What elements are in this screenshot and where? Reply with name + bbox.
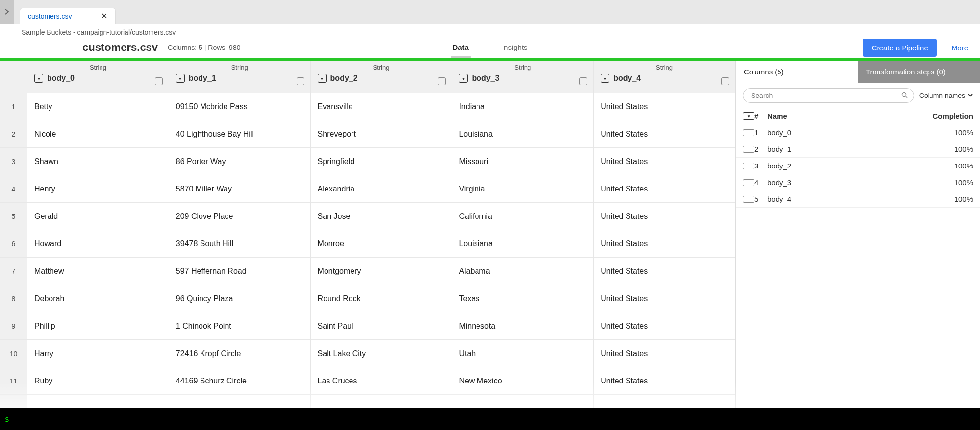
- cell[interactable]: 5870 Miller Way: [169, 175, 310, 203]
- row-number[interactable]: 11: [0, 367, 27, 395]
- cell[interactable]: Alabama: [452, 258, 593, 285]
- row-number[interactable]: 7: [0, 258, 27, 285]
- cell[interactable]: 44169 Schurz Circle: [169, 367, 310, 395]
- cell[interactable]: United States: [594, 148, 735, 175]
- cell[interactable]: Louisiana: [452, 120, 593, 148]
- cell[interactable]: Salt Lake City: [311, 340, 452, 367]
- cell[interactable]: Montgomery: [311, 258, 452, 285]
- cell[interactable]: Gerald: [27, 203, 169, 230]
- column-select-checkbox[interactable]: [155, 77, 163, 85]
- cell[interactable]: Ruby: [27, 367, 169, 395]
- cell[interactable]: 09150 Mcbride Pass: [169, 93, 310, 120]
- cell[interactable]: United States: [594, 258, 735, 285]
- cell[interactable]: Saint Paul: [311, 312, 452, 340]
- column-select-checkbox[interactable]: [438, 77, 446, 85]
- column-list-checkbox[interactable]: [743, 146, 754, 153]
- cell[interactable]: United States: [594, 93, 735, 120]
- column-list-item[interactable]: 2body_1100%: [736, 141, 980, 158]
- tab-insights[interactable]: Insights: [500, 40, 529, 58]
- cell[interactable]: Evansville: [311, 93, 452, 120]
- cell[interactable]: 86 Porter Way: [169, 148, 310, 175]
- column-list-checkbox[interactable]: [743, 163, 754, 169]
- cell[interactable]: San Jose: [311, 203, 452, 230]
- cell[interactable]: Louisiana: [452, 230, 593, 258]
- row-number[interactable]: 4: [0, 175, 27, 203]
- cell[interactable]: Alexandria: [311, 175, 452, 203]
- search-input[interactable]: [751, 92, 897, 99]
- file-tab[interactable]: customers.csv ✕: [20, 8, 116, 24]
- column-select-checkbox[interactable]: [297, 77, 304, 85]
- cell[interactable]: Springfield: [311, 148, 452, 175]
- column-select-checkbox[interactable]: [579, 77, 587, 85]
- row-number[interactable]: 8: [0, 285, 27, 312]
- column-menu-icon[interactable]: ▾: [318, 74, 327, 83]
- cell[interactable]: Phillip: [27, 312, 169, 340]
- column-list-item[interactable]: 3body_2100%: [736, 158, 980, 174]
- column-menu-icon[interactable]: ▾: [459, 74, 468, 83]
- column-list-checkbox[interactable]: [743, 129, 754, 136]
- row-number[interactable]: 3: [0, 148, 27, 175]
- cell[interactable]: Texas: [452, 285, 593, 312]
- cell[interactable]: California: [452, 203, 593, 230]
- tab-columns[interactable]: Columns (5): [736, 61, 858, 83]
- column-search[interactable]: [743, 88, 914, 103]
- column-list-checkbox[interactable]: [743, 179, 754, 186]
- columns-menu-icon[interactable]: ▾: [743, 112, 754, 120]
- row-number[interactable]: 9: [0, 312, 27, 340]
- sidebar-expand-icon[interactable]: [0, 0, 14, 24]
- cell[interactable]: Henry: [27, 175, 169, 203]
- cell[interactable]: Round Rock: [311, 285, 452, 312]
- column-list-item[interactable]: 5body_4100%: [736, 191, 980, 208]
- terminal[interactable]: $: [0, 408, 980, 430]
- cell[interactable]: United States: [594, 285, 735, 312]
- more-link[interactable]: More: [952, 44, 968, 52]
- column-list-item[interactable]: 1body_0100%: [736, 124, 980, 141]
- row-number[interactable]: 2: [0, 120, 27, 148]
- cell[interactable]: United States: [594, 312, 735, 340]
- create-pipeline-button[interactable]: Create a Pipeline: [863, 39, 937, 57]
- cell[interactable]: New Mexico: [452, 367, 593, 395]
- cell[interactable]: Deborah: [27, 285, 169, 312]
- row-number[interactable]: 6: [0, 230, 27, 258]
- row-number[interactable]: 10: [0, 340, 27, 367]
- cell[interactable]: Las Cruces: [311, 367, 452, 395]
- cell[interactable]: United States: [594, 367, 735, 395]
- cell[interactable]: Nicole: [27, 120, 169, 148]
- column-menu-icon[interactable]: ▾: [34, 74, 43, 83]
- column-list-item[interactable]: 4body_3100%: [736, 174, 980, 191]
- cell[interactable]: 1 Chinook Point: [169, 312, 310, 340]
- row-number[interactable]: 1: [0, 93, 27, 120]
- cell[interactable]: United States: [594, 230, 735, 258]
- cell[interactable]: 39478 South Hill: [169, 230, 310, 258]
- cell[interactable]: Minnesota: [452, 312, 593, 340]
- cell[interactable]: Harry: [27, 340, 169, 367]
- cell[interactable]: 96 Quincy Plaza: [169, 285, 310, 312]
- cell[interactable]: Shawn: [27, 148, 169, 175]
- cell[interactable]: Matthew: [27, 258, 169, 285]
- cell[interactable]: 72416 Kropf Circle: [169, 340, 310, 367]
- cell[interactable]: Missouri: [452, 148, 593, 175]
- column-menu-icon[interactable]: ▾: [176, 74, 185, 83]
- column-filter-dropdown[interactable]: Column names: [919, 92, 973, 99]
- cell[interactable]: United States: [594, 175, 735, 203]
- cell[interactable]: 209 Clove Place: [169, 203, 310, 230]
- cell[interactable]: 40 Lighthouse Bay Hill: [169, 120, 310, 148]
- cell[interactable]: United States: [594, 120, 735, 148]
- cell[interactable]: Monroe: [311, 230, 452, 258]
- column-menu-icon[interactable]: ▾: [601, 74, 609, 83]
- cell[interactable]: Virginia: [452, 175, 593, 203]
- cell[interactable]: 597 Heffernan Road: [169, 258, 310, 285]
- row-number[interactable]: 5: [0, 203, 27, 230]
- cell[interactable]: Utah: [452, 340, 593, 367]
- cell[interactable]: Indiana: [452, 93, 593, 120]
- cell[interactable]: United States: [594, 340, 735, 367]
- tab-data[interactable]: Data: [451, 40, 471, 58]
- cell[interactable]: United States: [594, 203, 735, 230]
- cell[interactable]: Betty: [27, 93, 169, 120]
- column-list-checkbox[interactable]: [743, 196, 754, 203]
- close-tab-icon[interactable]: ✕: [101, 11, 107, 21]
- tab-transformation-steps[interactable]: Transformation steps (0): [858, 61, 980, 83]
- cell[interactable]: Shreveport: [311, 120, 452, 148]
- cell[interactable]: Howard: [27, 230, 169, 258]
- column-select-checkbox[interactable]: [721, 77, 729, 85]
